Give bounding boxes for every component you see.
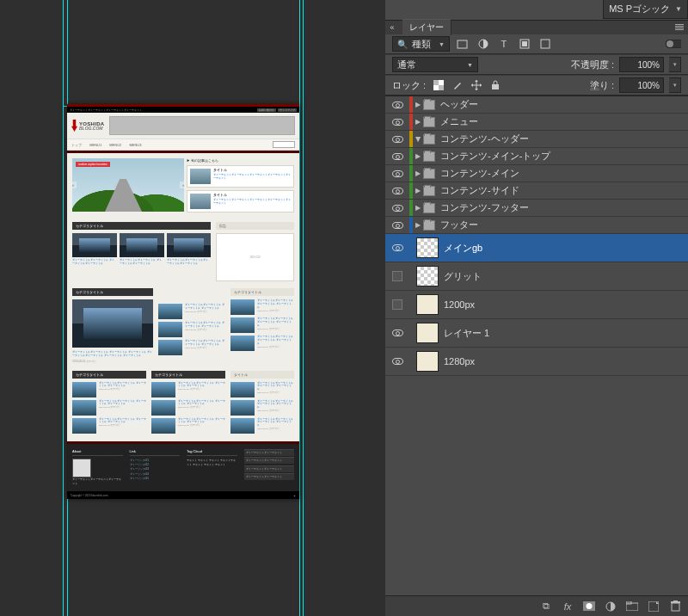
visibility-toggle[interactable] [385, 96, 409, 113]
layer-group[interactable]: ▶コンテンツ-サイド [385, 182, 688, 200]
font-dropdown[interactable]: MS Pゴシック ▼ [603, 0, 688, 19]
blend-mode-select[interactable]: 通常 ▼ [392, 57, 478, 72]
layer-thumbnail[interactable] [416, 323, 439, 343]
filter-pixel-icon[interactable] [455, 37, 470, 52]
layer-thumbnail[interactable] [416, 351, 439, 372]
canvas-area[interactable]: ダミーテキストダミーテキストダミーテキストダミーテキスト お問い合わせ サイトマ… [0, 0, 385, 616]
lock-all-icon[interactable] [488, 78, 503, 93]
visibility-toggle[interactable] [385, 131, 409, 147]
panel-menu-icon[interactable] [675, 24, 684, 30]
adjustment-icon[interactable] [603, 599, 618, 614]
layer-group[interactable]: ▶メニュー [385, 114, 688, 131]
doc-copyright: Copyright © 2013 bloomlink.com▲ [67, 491, 299, 499]
filter-type-icon[interactable]: T [496, 37, 512, 52]
nav-item: MENU3 [129, 143, 141, 147]
layer-name[interactable]: グリット [444, 270, 482, 283]
layer-name[interactable]: ヘッダー [439, 98, 688, 111]
visibility-toggle[interactable] [385, 182, 409, 199]
layer-group[interactable]: ▶ヘッダー [385, 96, 688, 114]
thumb-icon [190, 194, 211, 209]
recommend-head: ▶ 旬の記事はこちら [187, 158, 294, 163]
disclosure-triangle-icon[interactable]: ▶ [413, 118, 423, 126]
lock-position-icon[interactable] [469, 78, 484, 93]
visibility-toggle[interactable] [385, 217, 409, 233]
layer-name[interactable]: 1280px [444, 356, 475, 367]
lock-pixels-icon[interactable] [450, 78, 465, 93]
svg-rect-9 [439, 85, 444, 90]
fill-field[interactable]: 100% [619, 77, 664, 93]
fill-dropdown-icon[interactable]: ▾ [669, 77, 681, 93]
layer-name[interactable]: 1200px [444, 299, 475, 310]
visibility-toggle[interactable] [385, 148, 409, 164]
layer-thumbnail[interactable] [416, 266, 439, 286]
group-icon[interactable] [624, 599, 640, 614]
tab-layers[interactable]: レイヤー [402, 19, 452, 35]
folder-icon [423, 151, 435, 162]
disclosure-triangle-icon[interactable]: ▶ [413, 204, 423, 212]
visibility-toggle[interactable] [385, 165, 409, 182]
section-bar: カテゴリタイトル [72, 371, 146, 379]
layer-name[interactable]: コンテンツ-サイド [439, 184, 688, 197]
layer-name[interactable]: コンテンツ-フッター [439, 201, 688, 214]
trash-icon[interactable] [667, 599, 683, 614]
fx-icon[interactable]: fx [560, 599, 575, 614]
filter-toggle[interactable] [666, 37, 681, 52]
panel-collapse-icon[interactable]: « [387, 23, 397, 32]
nav-item: トップ [71, 143, 82, 147]
list-thumb-icon [158, 304, 182, 319]
visibility-toggle[interactable] [385, 330, 409, 336]
visibility-toggle[interactable] [385, 244, 409, 251]
layer-item[interactable]: 1200px [385, 291, 688, 319]
list-item: ダミータイトルダミータイトル ダミータイトル ダミータイトル2013-03-01… [230, 418, 294, 434]
layer-group[interactable]: ▶フッター [385, 217, 688, 234]
layer-item[interactable]: 1280px [385, 348, 688, 376]
disclosure-triangle-icon[interactable]: ▶ [413, 169, 423, 177]
layer-name[interactable]: メニュー [439, 115, 688, 128]
doc-body: random caption transition ‹ › ▶ 旬の記事はこちら… [67, 151, 299, 444]
layer-name[interactable]: メインgb [444, 242, 482, 255]
lock-transparent-icon[interactable] [431, 78, 446, 93]
layer-group[interactable]: ▶コンテンツ-メイン-トップ [385, 148, 688, 165]
opacity-dropdown-icon[interactable]: ▾ [669, 57, 681, 72]
disclosure-triangle-icon[interactable]: ▶ [415, 134, 422, 145]
layer-group[interactable]: ▶コンテンツ-メイン [385, 165, 688, 182]
svg-rect-0 [458, 40, 467, 48]
visibility-toggle[interactable] [385, 114, 409, 130]
layer-item[interactable]: レイヤー 1 [385, 319, 688, 348]
disclosure-triangle-icon[interactable]: ▶ [413, 221, 423, 229]
footer-title: Tag Cloud [187, 449, 237, 456]
new-layer-icon[interactable] [646, 599, 661, 614]
layer-name[interactable]: コンテンツ-メイン [439, 167, 688, 180]
disclosure-triangle-icon[interactable]: ▶ [413, 101, 423, 108]
eye-icon [392, 153, 403, 160]
link-layers-icon[interactable]: ⧉ [538, 599, 554, 614]
layer-thumbnail[interactable] [416, 294, 439, 315]
filter-shape-icon[interactable] [517, 37, 532, 52]
visibility-toggle[interactable] [385, 200, 409, 216]
layer-group[interactable]: ▶コンテンツ-ヘッダー [385, 131, 688, 148]
disclosure-triangle-icon[interactable]: ▶ [413, 152, 423, 160]
folder-icon [423, 117, 435, 127]
layer-item[interactable]: メインgb [385, 234, 688, 262]
layer-group[interactable]: ▶コンテンツ-フッター [385, 200, 688, 217]
list-item: ダミータイトルダミータイトル ダミータイトル ダミータイトル2013-03-01… [158, 340, 225, 355]
filter-smart-icon[interactable] [538, 37, 553, 52]
visibility-toggle[interactable] [385, 271, 409, 281]
card-thumb-icon [120, 233, 164, 257]
visibility-toggle[interactable] [385, 299, 409, 310]
filter-type-select[interactable]: 🔍 種類 ▼ [392, 36, 450, 52]
layer-name[interactable]: コンテンツ-メイン-トップ [439, 150, 688, 163]
list-item: ダミータイトルダミータイトル ダミータイトル ダミータイトル2013-03-01… [230, 336, 294, 351]
layer-name[interactable]: コンテンツ-ヘッダー [439, 132, 688, 145]
list-thumb-icon [230, 299, 255, 315]
document-comp[interactable]: ダミーテキストダミーテキストダミーテキストダミーテキスト お問い合わせ サイトマ… [67, 104, 299, 499]
layer-thumbnail[interactable] [416, 237, 439, 258]
disclosure-triangle-icon[interactable]: ▶ [413, 187, 423, 194]
layer-item[interactable]: グリット [385, 262, 688, 291]
opacity-field[interactable]: 100% [619, 57, 664, 72]
layer-name[interactable]: フッター [439, 219, 688, 231]
mask-icon[interactable] [581, 599, 597, 614]
layer-name[interactable]: レイヤー 1 [444, 327, 489, 340]
visibility-toggle[interactable] [385, 358, 409, 365]
filter-adjust-icon[interactable] [476, 37, 491, 52]
